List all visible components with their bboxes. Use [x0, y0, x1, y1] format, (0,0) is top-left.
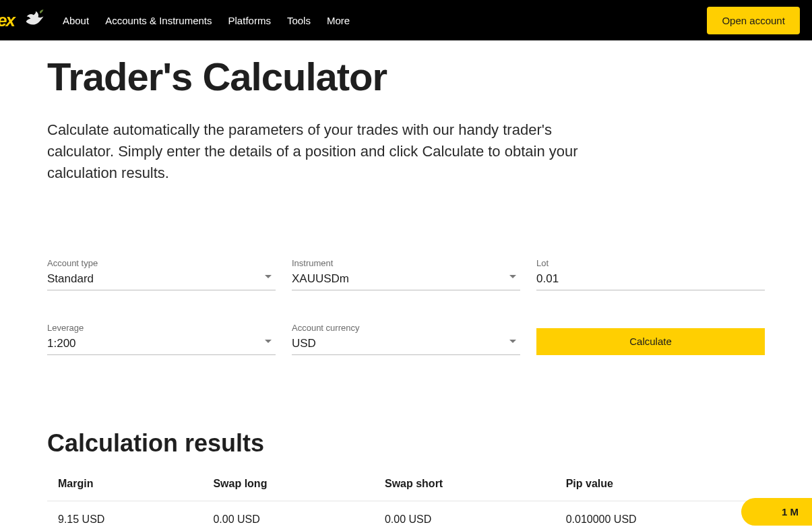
nav-accounts[interactable]: Accounts & Instruments	[105, 15, 212, 26]
dove-icon	[22, 8, 46, 32]
cell-swap-short: 0.00 USD	[374, 501, 555, 531]
cell-pip-value: 0.010000 USD	[555, 501, 765, 531]
top-navbar: ex About Accounts & Instruments Platform…	[0, 0, 812, 40]
col-swap-long: Swap long	[202, 467, 374, 501]
calculate-button[interactable]: Calculate	[536, 328, 765, 355]
nav-platforms[interactable]: Platforms	[228, 15, 271, 26]
chevron-down-icon	[509, 275, 516, 278]
nav-right: Open account	[707, 7, 812, 34]
col-swap-short: Swap short	[374, 467, 555, 501]
lot-value: 0.01	[536, 272, 559, 285]
page-subtitle: Calculate automatically the parameters o…	[47, 119, 606, 184]
leverage-field[interactable]: Leverage 1:200	[47, 323, 276, 355]
account-type-value: Standard	[47, 272, 94, 285]
floating-pill[interactable]: 1 M	[741, 498, 812, 526]
results-title: Calculation results	[47, 429, 765, 458]
cell-margin: 9.15 USD	[47, 501, 202, 531]
page-title: Trader's Calculator	[47, 54, 765, 99]
results-table: Margin Swap long Swap short Pip value 9.…	[47, 467, 765, 531]
brand-logo[interactable]: ex	[0, 10, 14, 31]
chevron-down-icon	[265, 340, 272, 343]
calculate-cell: Calculate	[536, 323, 765, 355]
instrument-field[interactable]: Instrument XAUUSDm	[292, 258, 520, 290]
chevron-down-icon	[265, 275, 272, 278]
instrument-label: Instrument	[292, 258, 520, 268]
account-type-field[interactable]: Account type Standard	[47, 258, 276, 290]
leverage-value: 1:200	[47, 337, 76, 350]
col-margin: Margin	[47, 467, 202, 501]
page-content: Trader's Calculator Calculate automatica…	[0, 54, 812, 531]
calculator-form: Account type Standard Instrument XAUUSDm…	[47, 258, 765, 355]
nav-more[interactable]: More	[327, 15, 350, 26]
open-account-button[interactable]: Open account	[707, 7, 799, 34]
col-pip-value: Pip value	[555, 467, 765, 501]
chevron-down-icon	[509, 340, 516, 343]
instrument-value: XAUUSDm	[292, 272, 349, 285]
nav-about[interactable]: About	[63, 15, 89, 26]
nav-tools[interactable]: Tools	[287, 15, 311, 26]
lot-field[interactable]: Lot 0.01	[536, 258, 765, 290]
logo-group: ex	[0, 8, 46, 32]
nav-links: About Accounts & Instruments Platforms T…	[63, 15, 350, 26]
currency-field[interactable]: Account currency USD	[292, 323, 520, 355]
account-type-label: Account type	[47, 258, 276, 268]
results-header-row: Margin Swap long Swap short Pip value	[47, 467, 765, 501]
cell-swap-long: 0.00 USD	[202, 501, 374, 531]
table-row: 9.15 USD 0.00 USD 0.00 USD 0.010000 USD	[47, 501, 765, 531]
currency-value: USD	[292, 337, 316, 350]
leverage-label: Leverage	[47, 323, 276, 333]
lot-label: Lot	[536, 258, 765, 268]
currency-label: Account currency	[292, 323, 520, 333]
